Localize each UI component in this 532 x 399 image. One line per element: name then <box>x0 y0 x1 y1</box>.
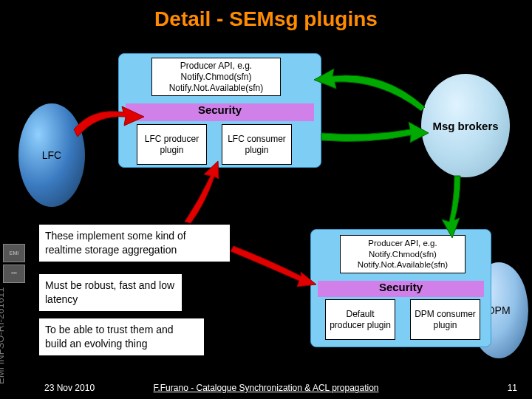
logo-icon: EMI <box>3 244 25 262</box>
footer-page-number: 11 <box>508 383 517 393</box>
msg-brokers-node: Msg brokers <box>421 74 510 177</box>
producer-api-box-lfc: Producer API, e.g. Notify.Chmod(sfn) Not… <box>151 58 281 96</box>
slide-title: Detail - SEMsg plugins <box>0 7 532 31</box>
arrow-brokers-to-lfc-group <box>314 69 425 111</box>
security-band-dpm: Security <box>318 281 484 297</box>
lfc-label: LFC <box>42 149 61 161</box>
arrow-note1-to-dpm-plugins <box>231 246 316 287</box>
dpm-consumer-plugin-box: DPM consumer plugin <box>410 299 480 340</box>
lfc-producer-plugin-box: LFC producer plugin <box>137 124 207 165</box>
arrow-lfc-group-to-brokers <box>321 122 429 143</box>
security-band-lfc: Security <box>126 103 314 121</box>
logo-icon: *** <box>3 265 25 283</box>
footer-author-title: F.Furano - Catalogue Synchronization & A… <box>0 383 532 393</box>
lfc-consumer-plugin-box: LFC consumer plugin <box>222 124 292 165</box>
logo-stack: EMI *** <box>3 244 29 288</box>
arrow-note1-to-lfc-plugins <box>185 161 219 223</box>
note-trust-evolving: To be able to trust them and build an ev… <box>38 318 205 356</box>
producer-api-box-dpm: Producer API, e.g. Notify.Chmod(sfn) Not… <box>340 235 466 273</box>
note-realtime-aggregation: These implement some kind of realtime st… <box>38 224 231 262</box>
note-robust-fast: Must be robust, fast and low latency <box>38 273 183 312</box>
lfc-node: LFC <box>18 103 85 207</box>
msg-label: Msg brokers <box>432 120 498 132</box>
default-producer-plugin-box: Default producer plugin <box>325 299 395 340</box>
sidebar-project-id: EMI INFSO-RI-261611 <box>0 287 6 385</box>
